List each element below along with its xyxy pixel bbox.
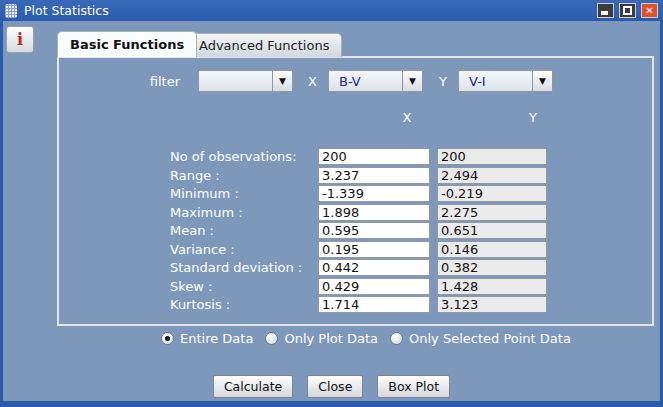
stat-y-field[interactable]: 3.123 — [437, 296, 547, 313]
radio-icon — [161, 332, 174, 345]
close-icon: ✕ — [645, 6, 653, 16]
stat-y-field[interactable]: 0.382 — [437, 259, 547, 276]
stat-label: Variance : — [170, 242, 318, 257]
column-header-x: X — [392, 110, 422, 125]
radio-label: Entire Data — [180, 331, 253, 346]
stat-row-minimum: Minimum : -1.339 -0.219 — [170, 185, 547, 202]
filter-label: filter — [120, 74, 180, 89]
stat-x-field[interactable]: 1.714 — [318, 296, 430, 313]
radio-only-selected-point-data[interactable]: Only Selected Point Data — [390, 331, 571, 346]
stat-x-field[interactable]: 3.237 — [318, 167, 430, 184]
chevron-down-icon[interactable]: ▼ — [272, 71, 292, 91]
stat-y-field[interactable]: 200 — [437, 148, 547, 165]
stat-y-field[interactable]: -0.219 — [437, 185, 547, 202]
close-button[interactable]: ✕ — [641, 3, 658, 18]
box-plot-button[interactable]: Box Plot — [377, 375, 450, 398]
x-axis-label: X — [308, 74, 317, 89]
y-axis-label: Y — [439, 74, 447, 89]
stat-label: Maximum : — [170, 205, 318, 220]
stat-label: Kurtosis : — [170, 297, 318, 312]
minimize-button[interactable] — [597, 3, 614, 18]
filter-select-value — [199, 71, 272, 91]
stat-row-range: Range : 3.237 2.494 — [170, 167, 547, 184]
info-button[interactable]: i — [6, 26, 34, 53]
stat-row-skew: Skew : 0.429 1.428 — [170, 278, 547, 295]
stat-y-field[interactable]: 2.275 — [437, 204, 547, 221]
chevron-down-icon[interactable]: ▼ — [532, 71, 552, 91]
stat-label: Minimum : — [170, 186, 318, 201]
tab-basic-functions[interactable]: Basic Functions — [57, 31, 197, 57]
y-select-value: V-I — [459, 71, 532, 91]
y-select[interactable]: V-I ▼ — [458, 70, 553, 92]
stat-row-maximum: Maximum : 1.898 2.275 — [170, 204, 547, 221]
stat-x-field[interactable]: 1.898 — [318, 204, 430, 221]
application-icon — [5, 4, 17, 18]
chevron-down-icon[interactable]: ▼ — [402, 71, 422, 91]
statistics-table: No of observations: 200 200 Range : 3.23… — [170, 148, 547, 315]
stat-x-field[interactable]: 0.442 — [318, 259, 430, 276]
radio-only-plot-data[interactable]: Only Plot Data — [265, 331, 378, 346]
minimize-icon — [601, 11, 608, 15]
stat-x-field[interactable]: 0.595 — [318, 222, 430, 239]
data-scope-radio-group: Entire Data Only Plot Data Only Selected… — [161, 331, 571, 346]
stat-label: Mean : — [170, 223, 318, 238]
radio-icon — [390, 332, 403, 345]
stat-y-field[interactable]: 1.428 — [437, 278, 547, 295]
tab-advanced-functions[interactable]: Advanced Functions — [186, 33, 342, 57]
stat-row-variance: Variance : 0.195 0.146 — [170, 241, 547, 258]
dialog-content: i Basic Functions Advanced Functions fil… — [3, 21, 660, 401]
stat-row-mean: Mean : 0.595 0.651 — [170, 222, 547, 239]
x-select-value: B-V — [329, 71, 402, 91]
radio-entire-data[interactable]: Entire Data — [161, 331, 253, 346]
calculate-button[interactable]: Calculate — [213, 375, 293, 398]
stat-x-field[interactable]: 200 — [318, 148, 430, 165]
plot-statistics-window: Plot Statistics ✕ i Basic Functions Adva… — [0, 0, 663, 407]
stat-y-field[interactable]: 0.146 — [437, 241, 547, 258]
radio-icon — [265, 332, 278, 345]
maximize-button[interactable] — [619, 3, 636, 18]
titlebar[interactable]: Plot Statistics ✕ — [0, 0, 663, 21]
radio-label: Only Selected Point Data — [409, 331, 571, 346]
stat-label: Skew : — [170, 279, 318, 294]
close-dialog-button[interactable]: Close — [307, 375, 363, 398]
column-header-y: Y — [518, 110, 548, 125]
window-title: Plot Statistics — [24, 3, 109, 18]
radio-label: Only Plot Data — [284, 331, 378, 346]
stat-row-standard-deviation: Standard deviation : 0.442 0.382 — [170, 259, 547, 276]
stat-row-observations: No of observations: 200 200 — [170, 148, 547, 165]
action-button-row: Calculate Close Box Plot — [3, 375, 660, 398]
stat-x-field[interactable]: 0.195 — [318, 241, 430, 258]
stat-y-field[interactable]: 0.651 — [437, 222, 547, 239]
stat-label: Range : — [170, 168, 318, 183]
maximize-icon — [623, 6, 632, 15]
stat-label: No of observations: — [170, 149, 318, 164]
stat-x-field[interactable]: -1.339 — [318, 185, 430, 202]
stat-y-field[interactable]: 2.494 — [437, 167, 547, 184]
stat-row-kurtosis: Kurtosis : 1.714 3.123 — [170, 296, 547, 313]
filter-select[interactable]: ▼ — [198, 70, 293, 92]
stat-label: Standard deviation : — [170, 260, 318, 275]
x-select[interactable]: B-V ▼ — [328, 70, 423, 92]
stat-x-field[interactable]: 0.429 — [318, 278, 430, 295]
window-controls: ✕ — [597, 3, 658, 18]
